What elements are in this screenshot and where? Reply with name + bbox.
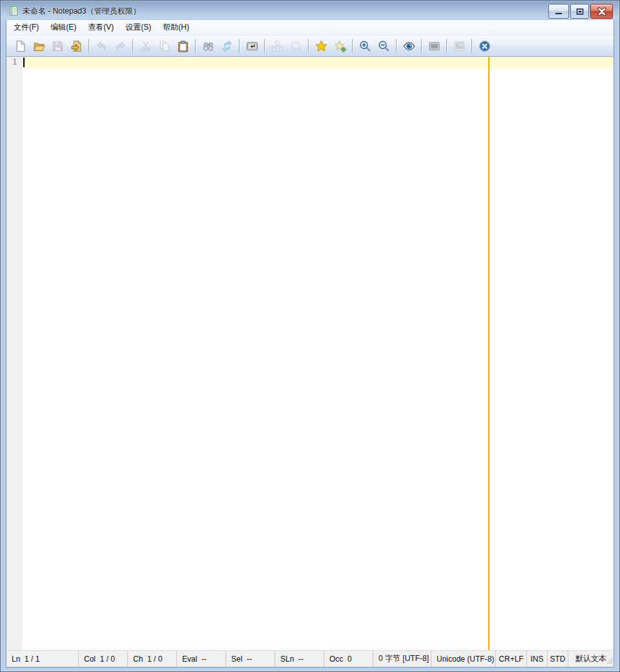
toolbar-separator	[446, 39, 447, 53]
status-character[interactable]: Ch 1 / 0	[128, 651, 177, 667]
grid-button[interactable]	[426, 37, 442, 54]
word-wrap-icon	[246, 40, 258, 52]
toolbar-separator	[132, 39, 133, 53]
status-selected-lines[interactable]: SLn --	[275, 651, 324, 667]
menu-item-view[interactable]: 查看(V)	[82, 20, 119, 35]
zoom-select-button[interactable]	[287, 37, 304, 54]
line-number: 1	[12, 58, 17, 67]
status-column[interactable]: Col 1 / 0	[79, 651, 128, 667]
exit-button[interactable]	[476, 37, 493, 54]
cut-button[interactable]	[137, 37, 154, 54]
zoom-out-button[interactable]	[375, 37, 392, 54]
toolbar-separator	[239, 39, 240, 53]
toolbar-separator	[352, 39, 353, 53]
menu-item-file[interactable]: 文件(F)	[8, 20, 45, 35]
toolbar-separator	[195, 39, 196, 53]
text-caret	[23, 58, 25, 67]
status-encoding[interactable]: Unicode (UTF-8)	[431, 651, 496, 667]
open-file-button[interactable]	[30, 37, 47, 54]
line-number-gutter[interactable]: 1	[6, 57, 23, 650]
title-bar[interactable]: 未命名 - Notepad3（管理员权限）	[6, 1, 614, 20]
menu-item-edit[interactable]: 编辑(E)	[45, 20, 82, 35]
status-scheme[interactable]: 默认文本	[568, 651, 614, 667]
exit-icon	[479, 40, 491, 52]
status-bar: Ln 1 / 1Col 1 / 0Ch 1 / 0Eval --Sel --SL…	[6, 650, 614, 667]
paste-icon	[177, 40, 189, 52]
code-structure-icon	[271, 40, 284, 52]
favorites-icon	[315, 40, 327, 52]
menu-item-settings[interactable]: 设置(S)	[119, 20, 157, 35]
undo-icon	[96, 40, 108, 52]
toolbar-separator	[396, 39, 397, 53]
view-eye-button[interactable]	[400, 37, 417, 54]
console-button[interactable]	[451, 37, 468, 54]
status-size[interactable]: 0 字节 [UTF-8]	[373, 651, 431, 667]
close-icon	[592, 6, 612, 17]
status-occurrences[interactable]: Occ 0	[324, 651, 373, 667]
toolbar-separator	[264, 39, 265, 53]
add-favorite-icon	[334, 40, 346, 52]
browse-button[interactable]	[68, 37, 85, 54]
undo-button[interactable]	[93, 37, 110, 54]
long-line-marker	[488, 57, 490, 650]
toolbar	[6, 35, 614, 57]
browse-icon	[70, 40, 83, 52]
menu-item-help[interactable]: 帮助(H)	[157, 20, 195, 35]
view-eye-icon	[403, 40, 415, 52]
favorites-button[interactable]	[313, 37, 329, 54]
zoom-out-icon	[378, 40, 390, 52]
zoom-in-icon	[359, 40, 371, 52]
replace-button[interactable]	[218, 37, 235, 54]
open-file-icon	[33, 40, 45, 52]
paste-button[interactable]	[174, 37, 191, 54]
status-eol[interactable]: CR+LF	[496, 651, 527, 667]
redo-icon	[114, 40, 127, 52]
copy-button[interactable]	[156, 37, 172, 54]
status-line[interactable]: Ln 1 / 1	[6, 651, 79, 667]
new-file-button[interactable]	[12, 37, 28, 54]
maximize-button[interactable]	[570, 4, 589, 19]
code-structure-button[interactable]	[269, 37, 285, 54]
grid-icon	[428, 40, 440, 52]
replace-icon	[221, 40, 233, 52]
restore-icon	[572, 6, 588, 17]
text-area[interactable]	[23, 57, 614, 650]
save-icon	[52, 40, 64, 52]
close-button[interactable]	[590, 4, 613, 19]
find-button[interactable]	[200, 37, 216, 54]
status-eval[interactable]: Eval --	[177, 651, 226, 667]
cut-icon	[140, 40, 152, 52]
add-favorite-button[interactable]	[331, 37, 348, 54]
window-content: 文件(F)编辑(E)查看(V)设置(S)帮助(H) 1 Ln 1 / 1Col …	[6, 20, 614, 667]
notepad3-window: 未命名 - Notepad3（管理员权限） 文件(F)编辑(E)查看(V)设置(…	[0, 0, 620, 672]
status-selection[interactable]: Sel --	[226, 651, 275, 667]
word-wrap-button[interactable]	[243, 37, 260, 54]
window-title: 未命名 - Notepad3（管理员权限）	[23, 6, 141, 17]
window-controls	[547, 4, 613, 19]
editor: 1	[6, 57, 614, 650]
app-icon	[8, 6, 19, 16]
toolbar-separator	[308, 39, 309, 53]
redo-button[interactable]	[112, 37, 129, 54]
copy-icon	[158, 40, 170, 52]
save-button[interactable]	[49, 37, 66, 54]
resize-grip[interactable]	[606, 657, 613, 666]
new-file-icon	[14, 40, 26, 52]
zoom-select-icon	[290, 40, 302, 52]
console-icon	[453, 40, 466, 52]
toolbar-separator	[421, 39, 422, 53]
zoom-in-button[interactable]	[356, 37, 373, 54]
status-case[interactable]: STD	[548, 651, 568, 667]
toolbar-separator	[471, 39, 472, 53]
minimize-button[interactable]	[548, 4, 569, 19]
minimize-icon	[550, 6, 567, 17]
status-overtype[interactable]: INS	[527, 651, 548, 667]
find-icon	[202, 40, 214, 52]
current-line-highlight	[23, 57, 614, 68]
menu-bar: 文件(F)编辑(E)查看(V)设置(S)帮助(H)	[6, 20, 614, 35]
toolbar-separator	[88, 39, 89, 53]
